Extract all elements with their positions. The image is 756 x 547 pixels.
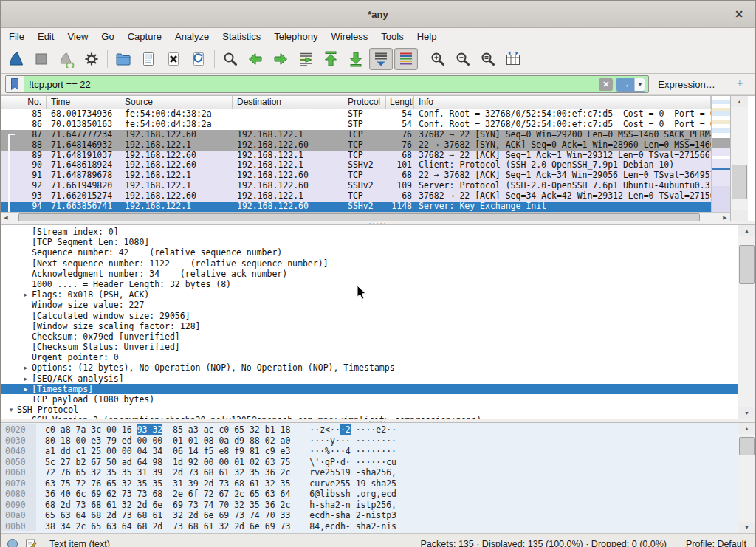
detail-row[interactable]: 1000 .... = Header Length: 32 bytes (8) xyxy=(1,279,738,289)
go-forward-button[interactable] xyxy=(269,48,292,70)
detail-row[interactable]: ▸Options: (12 bytes), No-Operation (NOP)… xyxy=(1,362,738,373)
go-last-packet-button[interactable] xyxy=(344,48,368,70)
reload-file-button[interactable] xyxy=(187,48,210,70)
column-header-destination[interactable]: Destination xyxy=(233,96,343,109)
filter-clear-button[interactable]: ✕ xyxy=(599,78,613,91)
detail-row[interactable]: [Calculated window size: 29056] xyxy=(1,311,738,321)
column-header-source[interactable]: Source xyxy=(120,96,233,109)
menu-item-statistics[interactable]: Statistics xyxy=(216,30,267,44)
detail-row[interactable]: TCP payload (1080 bytes) xyxy=(1,394,738,405)
menu-item-go[interactable]: Go xyxy=(94,30,120,44)
detail-row[interactable]: Acknowledgment number: 34 (relative ack … xyxy=(1,269,738,279)
hex-row[interactable]: 006072 76 65 32 35 35 31 39 2d 73 68 61 … xyxy=(1,467,738,478)
menu-item-telephony[interactable]: Telephony xyxy=(267,30,324,44)
expert-info-button[interactable] xyxy=(7,538,18,547)
menu-item-file[interactable]: File xyxy=(2,30,31,44)
window-close-button[interactable]: ✕ xyxy=(732,7,746,21)
detail-row[interactable]: [Window size scaling factor: 128] xyxy=(1,321,738,331)
menu-item-view[interactable]: View xyxy=(61,30,94,44)
scroll-thumb[interactable] xyxy=(18,213,701,221)
chevron-right-icon[interactable]: ▸ xyxy=(20,415,32,419)
detail-row[interactable]: ▸Flags: 0x018 (PSH, ACK) xyxy=(1,289,738,300)
scroll-up-arrow[interactable]: ▲ xyxy=(738,225,755,236)
go-first-packet-button[interactable] xyxy=(319,48,343,70)
packet-row[interactable]: 8670.013850163fe:54:00:d4:38:2aSTP54Conf… xyxy=(1,120,711,130)
column-header-time[interactable]: Time xyxy=(47,96,120,109)
resize-columns-button[interactable] xyxy=(501,48,525,70)
hex-row[interactable]: 0040a1 dd c1 25 00 00 04 34 06 14 f5 e8 … xyxy=(1,446,738,457)
filter-bookmark-button[interactable] xyxy=(6,76,24,92)
filter-apply-button[interactable]: → xyxy=(616,78,634,91)
add-filter-button[interactable]: + xyxy=(729,77,751,92)
detail-row[interactable]: [Next sequence number: 1122 (relative se… xyxy=(1,258,738,269)
profile-label[interactable]: Profile: Default xyxy=(686,539,746,547)
packet-row[interactable]: 9271.661949820192.168.122.1192.168.122.6… xyxy=(1,181,711,191)
detail-row[interactable]: Urgent pointer: 0 xyxy=(1,352,738,362)
hex-row[interactable]: 007063 75 72 76 65 32 35 35 31 39 2d 73 … xyxy=(1,478,738,489)
packet-row[interactable]: 8771.647777234192.168.122.60192.168.122.… xyxy=(1,130,711,140)
detail-row[interactable]: [Checksum Status: Unverified] xyxy=(1,342,738,352)
hex-row[interactable]: 00b038 34 2c 65 63 64 68 2d 73 68 61 32 … xyxy=(1,521,738,532)
packet-row[interactable]: 9171.648789678192.168.122.1192.168.122.6… xyxy=(1,171,711,181)
zoom-in-button[interactable] xyxy=(426,48,450,70)
packet-row[interactable]: 9371.662015274192.168.122.60192.168.122.… xyxy=(1,191,711,202)
detail-row[interactable]: ▸[Timestamps] xyxy=(1,384,738,394)
filter-history-dropdown[interactable]: ▼ xyxy=(634,78,645,91)
menu-item-wireless[interactable]: Wireless xyxy=(325,30,375,44)
auto-scroll-button[interactable] xyxy=(369,48,393,70)
detail-row[interactable]: [TCP Segment Len: 1080] xyxy=(1,237,738,247)
scroll-track[interactable] xyxy=(738,434,755,522)
detail-row[interactable]: Checksum: 0x79ed [unverified] xyxy=(1,331,738,342)
detail-row[interactable]: ▸[SEQ/ACK analysis] xyxy=(1,374,738,384)
menu-item-capture[interactable]: Capture xyxy=(121,30,168,44)
colorize-packets-button[interactable] xyxy=(394,48,418,70)
scroll-thumb[interactable] xyxy=(739,437,755,456)
hex-row[interactable]: 003080 18 00 e3 79 ed 00 00 01 01 08 0a … xyxy=(1,436,738,447)
column-header-no[interactable]: No. xyxy=(1,96,47,109)
column-header-length[interactable]: Length xyxy=(386,96,414,109)
detail-row[interactable]: Window size value: 227 xyxy=(1,300,738,310)
detail-row[interactable]: [Stream index: 0] xyxy=(1,227,738,237)
go-to-packet-button[interactable] xyxy=(294,48,317,70)
close-file-button[interactable] xyxy=(162,48,185,70)
chevron-right-icon[interactable]: ▸ xyxy=(20,362,32,373)
packet-row[interactable]: 9471.663856741192.168.122.1192.168.122.6… xyxy=(1,202,711,212)
scroll-up-arrow[interactable]: ▲ xyxy=(738,423,755,434)
column-header-protocol[interactable]: Protocol xyxy=(343,96,386,109)
scroll-track[interactable] xyxy=(11,213,720,222)
menu-item-edit[interactable]: Edit xyxy=(31,30,61,44)
scroll-track[interactable] xyxy=(738,236,755,407)
chevron-down-icon[interactable]: ▾ xyxy=(5,405,17,415)
scroll-up-arrow[interactable]: ▲ xyxy=(731,96,748,107)
open-file-button[interactable] xyxy=(111,48,135,70)
packet-row[interactable]: 8871.648146932192.168.122.1192.168.122.6… xyxy=(1,140,711,151)
title-bar[interactable]: *any ✕ xyxy=(1,1,755,28)
find-packet-button[interactable] xyxy=(219,48,242,70)
scroll-right-arrow[interactable]: ▶ xyxy=(720,213,730,222)
scroll-thumb[interactable] xyxy=(732,165,747,199)
hex-row[interactable]: 009068 2d 73 68 61 32 2d 6e 69 73 74 70 … xyxy=(1,500,738,511)
go-back-button[interactable] xyxy=(244,48,267,70)
zoom-original-button[interactable] xyxy=(476,48,500,70)
restart-capture-button[interactable] xyxy=(55,48,78,70)
stop-capture-button[interactable] xyxy=(30,48,53,70)
start-capture-button[interactable] xyxy=(4,48,28,70)
scroll-track[interactable] xyxy=(731,107,748,210)
capture-comment-button[interactable] xyxy=(25,538,37,547)
save-file-button[interactable] xyxy=(137,48,160,70)
display-filter-input[interactable] xyxy=(24,76,599,92)
detail-row[interactable]: Sequence number: 42 (relative sequence n… xyxy=(1,247,738,258)
menu-item-help[interactable]: Help xyxy=(410,30,444,44)
capture-options-button[interactable] xyxy=(80,48,103,70)
packet-row[interactable]: 8568.001734936fe:54:00:d4:38:2aSTP54Conf… xyxy=(1,109,711,120)
scroll-thumb[interactable] xyxy=(739,245,755,284)
hex-row[interactable]: 00a065 63 64 68 2d 73 68 61 32 2d 6e 69 … xyxy=(1,510,738,521)
chevron-right-icon[interactable]: ▸ xyxy=(20,289,32,300)
scroll-left-arrow[interactable]: ◀ xyxy=(1,213,11,222)
expression-button[interactable]: Expression… xyxy=(658,79,715,90)
column-header-info[interactable]: Info xyxy=(414,96,711,109)
scroll-down-arrow[interactable]: ▼ xyxy=(738,407,755,419)
hex-row[interactable]: 0020c0 a8 7a 3c 00 16 93 32 85 a3 ac c0 … xyxy=(1,424,738,436)
packet-row[interactable]: 8971.648191037192.168.122.60192.168.122.… xyxy=(1,151,711,161)
menu-item-analyze[interactable]: Analyze xyxy=(168,30,216,44)
